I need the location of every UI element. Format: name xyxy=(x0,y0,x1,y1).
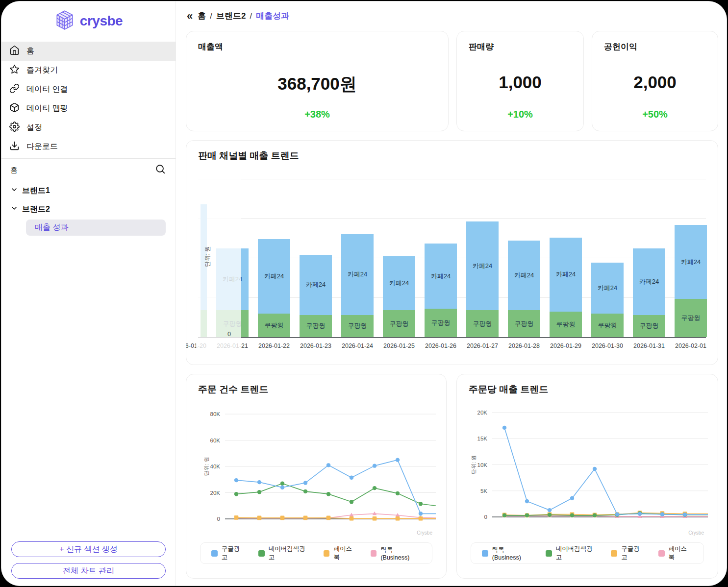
legend-item-틱톡(Business)[interactable]: 틱톡(Business) xyxy=(371,546,421,561)
bar-segment-coupang: 쿠팡윙 xyxy=(425,309,457,337)
y-axis-tick-label: 15K xyxy=(477,436,488,441)
tree-leaf-label: 매출 성과 xyxy=(35,222,68,233)
data-point-구글광고 xyxy=(303,481,307,485)
sidebar-nav: 홈 즐겨찾기 데이터 연결 데이터 맵핑 설정 다운로드 xyxy=(1,42,176,156)
y-axis-unit-label: 단위: 원 xyxy=(203,457,209,476)
bar-segment-cafe24: 카페24 xyxy=(508,241,540,310)
tree-item-brand1[interactable]: 브랜드1 xyxy=(1,181,176,200)
x-axis-date-label: 2026-01-29 xyxy=(544,342,588,349)
data-point-틱톡(Business) xyxy=(373,512,377,515)
sidebar-tree: 브랜드1 브랜드2 매출 성과 xyxy=(1,179,176,236)
sidebar-item-favorites[interactable]: 즐겨찾기 xyxy=(1,61,176,80)
legend-item-페이스북[interactable]: 페이스북 xyxy=(658,545,693,562)
sidebar-item-label: 다운로드 xyxy=(26,142,58,152)
kpi-value: 1,000 xyxy=(457,73,583,92)
breadcrumb-brand[interactable]: 브랜드2 xyxy=(216,10,246,22)
legend-label: 구글광고 xyxy=(621,545,645,562)
data-point-네이버검색광고 xyxy=(419,502,423,506)
breadcrumb-home[interactable]: 홈 xyxy=(198,10,206,22)
data-point-구글광고 xyxy=(326,463,330,467)
y-axis-unit-label: 단위: 원 xyxy=(203,246,212,267)
sidebar-item-data-mapping[interactable]: 데이터 맵핑 xyxy=(1,99,176,118)
bar-segment-cafe24: 카페24 xyxy=(425,244,457,308)
kpi-card-revenue: 매출액 368,700원 +38% xyxy=(186,31,449,131)
bar-segment-cafe24: 카페24 xyxy=(258,239,290,314)
sidebar-item-home[interactable]: 홈 xyxy=(1,42,176,61)
y-axis-tick-label: 10K xyxy=(477,462,488,468)
home-icon xyxy=(9,45,20,57)
data-point-페이스북 xyxy=(419,516,423,521)
kpi-card-contribution-profit: 공헌이익 2,000 +50% xyxy=(592,31,718,131)
stacked-bar-2026-01-26: 카페24쿠팡윙 xyxy=(425,244,457,337)
legend-item-페이스북[interactable]: 페이스북 xyxy=(324,545,358,562)
legend-item-구글광고[interactable]: 구글광고 xyxy=(211,545,246,562)
legend-item-네이버검색광고[interactable]: 네이버검색광고 xyxy=(546,545,598,562)
sidebar-footer: + 신규 섹션 생성 전체 차트 관리 xyxy=(11,541,166,579)
new-section-button[interactable]: + 신규 섹션 생성 xyxy=(11,541,166,557)
legend-label: 페이스북 xyxy=(669,545,693,562)
data-point-네이버검색광고 xyxy=(234,492,238,496)
sidebar-item-download[interactable]: 다운로드 xyxy=(1,137,176,156)
kpi-title: 매출액 xyxy=(198,41,223,52)
x-axis-date-label: 2026-01-22 xyxy=(252,342,296,349)
tree-item-brand2[interactable]: 브랜드2 xyxy=(1,200,176,219)
y-axis-tick-label: 5K xyxy=(480,488,487,494)
data-point-네이버검색광고 xyxy=(396,491,400,495)
chart-legend: 틱톡(Business)네이버검색광고구글광고페이스북 xyxy=(471,542,704,564)
tree-item-sales-performance[interactable]: 매출 성과 xyxy=(26,220,166,236)
legend-swatch xyxy=(658,550,665,557)
manage-charts-button[interactable]: 전체 차트 관리 xyxy=(11,563,166,579)
screen: crysbe 홈 즐겨찾기 데이터 연결 데이터 맵핑 설정 xyxy=(0,0,728,587)
bar-segment-coupang: 쿠팡윙 xyxy=(300,315,332,337)
y-axis-zero-label: 0 xyxy=(227,331,231,338)
kpi-change: +38% xyxy=(186,109,448,120)
main-content: « 홈 / 브랜드2 / 매출성과 매출액 368,700원 +38% 판매량 … xyxy=(176,1,727,586)
data-point-페이스북 xyxy=(234,515,239,520)
sidebar-item-label: 홈 xyxy=(26,46,34,56)
legend-label: 틱톡(Business) xyxy=(492,546,533,561)
tree-item-label: 브랜드2 xyxy=(22,204,50,215)
sidebar: crysbe 홈 즐겨찾기 데이터 연결 데이터 맵핑 설정 xyxy=(1,1,176,586)
stacked-bar-2026-01-29: 카페24쿠팡윙 xyxy=(550,238,582,337)
y-axis-unit-label: 단위: 원 xyxy=(471,455,477,474)
kpi-title: 판매량 xyxy=(469,41,494,52)
legend-label: 틱톡(Business) xyxy=(380,546,421,561)
legend-item-틱톡(Business)[interactable]: 틱톡(Business) xyxy=(482,546,533,561)
data-point-구글광고 xyxy=(234,478,238,482)
brand-logo[interactable]: crysbe xyxy=(1,1,176,40)
data-point-네이버검색광고 xyxy=(548,513,552,517)
bar-segment-coupang: 쿠팡윙 xyxy=(466,310,499,337)
legend-label: 구글광고 xyxy=(222,545,246,562)
legend-label: 페이스북 xyxy=(333,545,357,562)
legend-item-구글광고[interactable]: 구글광고 xyxy=(611,545,645,562)
sidebar-item-label: 데이터 연결 xyxy=(26,84,68,95)
bar-segment-cafe24: 카페24 xyxy=(633,248,665,315)
legend-swatch xyxy=(371,550,377,557)
sales-channel-trend-card: 판매 채널별 매출 트렌드 2026-01-20카페24쿠팡윙2026-01-2… xyxy=(186,140,718,365)
stacked-bar-2026-01-23: 카페24쿠팡윙 xyxy=(300,255,332,337)
line-series-틱톡(Business) xyxy=(504,428,708,514)
y-axis-tick-label: 60K xyxy=(210,438,221,443)
sidebar-item-label: 즐겨찾기 xyxy=(26,65,58,75)
data-point-틱톡(Business) xyxy=(683,513,687,516)
cube-logo-icon xyxy=(54,9,75,33)
legend-item-네이버검색광고[interactable]: 네이버검색광고 xyxy=(258,545,311,562)
x-axis-date-label: 2026-01-25 xyxy=(377,342,421,349)
stacked-bar-2026-01-27: 카페24쿠팡윙 xyxy=(466,221,499,337)
y-axis-tick-label: 80K xyxy=(210,411,221,417)
legend-swatch xyxy=(258,550,265,557)
gear-icon xyxy=(9,122,20,134)
bar-segment-coupang: 쿠팡윙 xyxy=(383,310,415,337)
x-axis-date-label: 2026-02-01 xyxy=(669,342,713,349)
sidebar-item-label: 데이터 맵핑 xyxy=(26,103,68,114)
breadcrumb-separator: / xyxy=(250,11,252,21)
sidebar-item-settings[interactable]: 설정 xyxy=(1,118,176,137)
kpi-card-sales-volume: 판매량 1,000 +10% xyxy=(456,31,584,131)
search-icon[interactable] xyxy=(155,164,166,176)
cube-icon xyxy=(9,102,20,115)
sidebar-item-data-connect[interactable]: 데이터 연결 xyxy=(1,80,176,99)
kpi-change: +50% xyxy=(592,109,718,120)
data-point-틱톡(Business) xyxy=(638,512,642,515)
data-point-네이버검색광고 xyxy=(502,514,506,517)
collapse-sidebar-icon[interactable]: « xyxy=(187,11,192,22)
